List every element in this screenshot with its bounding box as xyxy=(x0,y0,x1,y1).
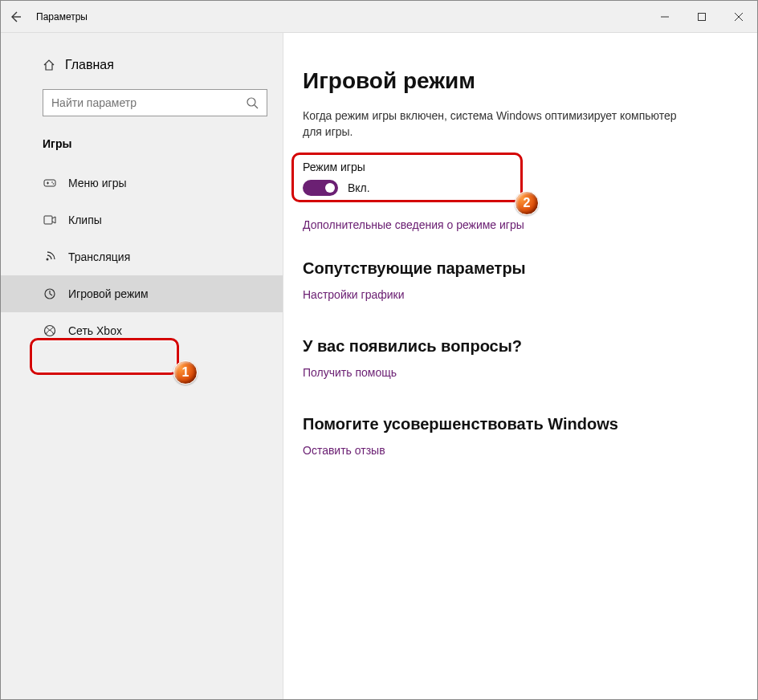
home-icon xyxy=(43,59,55,71)
nav-item-game-bar[interactable]: Меню игры xyxy=(1,165,283,201)
nav-label: Сеть Xbox xyxy=(68,324,122,337)
back-button[interactable] xyxy=(1,10,30,23)
nav-item-broadcasting[interactable]: Трансляция xyxy=(1,238,283,275)
help-heading: У вас появились вопросы? xyxy=(303,337,738,356)
minimize-button[interactable] xyxy=(646,1,683,32)
home-label: Главная xyxy=(65,58,114,72)
page-title: Игровой режим xyxy=(303,68,738,94)
nav-label: Трансляция xyxy=(68,250,130,263)
toggle-state: Вкл. xyxy=(348,181,370,194)
nav-item-game-mode[interactable]: Игровой режим xyxy=(1,275,283,312)
titlebar: Параметры xyxy=(1,1,757,33)
nav-item-xbox-network[interactable]: Сеть Xbox xyxy=(1,312,283,349)
close-button[interactable] xyxy=(720,1,757,32)
titlebar-left: Параметры xyxy=(1,1,88,32)
minimize-icon xyxy=(661,13,669,21)
feedback-link[interactable]: Оставить отзыв xyxy=(303,444,385,457)
annotation-badge-1: 1 xyxy=(173,360,198,385)
get-help-link[interactable]: Получить помощь xyxy=(303,366,397,379)
category-title: Игры xyxy=(1,124,283,157)
svg-point-1 xyxy=(247,98,255,106)
nav-label: Меню игры xyxy=(68,177,127,189)
nav-label: Игровой режим xyxy=(68,287,149,300)
svg-rect-0 xyxy=(699,13,706,20)
toggle-label: Режим игры xyxy=(303,161,738,173)
svg-rect-5 xyxy=(44,216,52,224)
search-box[interactable] xyxy=(43,89,267,116)
svg-point-6 xyxy=(47,258,49,261)
svg-point-4 xyxy=(53,183,55,185)
svg-rect-2 xyxy=(44,180,55,186)
search-input[interactable] xyxy=(51,96,246,109)
home-button[interactable]: Главная xyxy=(1,49,283,81)
xbox-icon xyxy=(43,324,56,337)
svg-point-3 xyxy=(51,181,53,183)
nav-label: Клипы xyxy=(68,214,102,226)
related-heading: Сопутствующие параметры xyxy=(303,259,738,278)
main-content: Игровой режим Когда режим игры включен, … xyxy=(283,33,757,699)
search-icon xyxy=(246,96,259,109)
close-icon xyxy=(735,13,743,21)
settings-window: Параметры Главная xyxy=(0,0,758,700)
game-mode-toggle-block: Режим игры Вкл. 2 xyxy=(303,161,738,196)
maximize-button[interactable] xyxy=(683,1,720,32)
broadcast-icon xyxy=(43,250,56,263)
gamemode-icon xyxy=(43,287,56,300)
more-info-link[interactable]: Дополнительные сведения о режиме игры xyxy=(303,218,524,231)
graphics-settings-link[interactable]: Настройки графики xyxy=(303,288,405,301)
gamebar-icon xyxy=(43,177,56,189)
window-title: Параметры xyxy=(30,11,88,22)
captures-icon xyxy=(43,214,56,226)
nav-item-captures[interactable]: Клипы xyxy=(1,201,283,238)
toggle-knob xyxy=(325,183,335,193)
game-mode-toggle[interactable] xyxy=(303,180,338,196)
sidebar: Главная Игры Меню игры Клипы xyxy=(1,33,283,699)
page-description: Когда режим игры включен, система Window… xyxy=(303,108,688,140)
annotation-badge-2: 2 xyxy=(515,191,539,215)
maximize-icon xyxy=(698,13,706,21)
feedback-heading: Помогите усовершенствовать Windows xyxy=(303,415,738,433)
nav-list: Меню игры Клипы Трансляция Игровой режим… xyxy=(1,165,283,349)
arrow-left-icon xyxy=(9,10,22,23)
window-controls xyxy=(646,1,757,32)
